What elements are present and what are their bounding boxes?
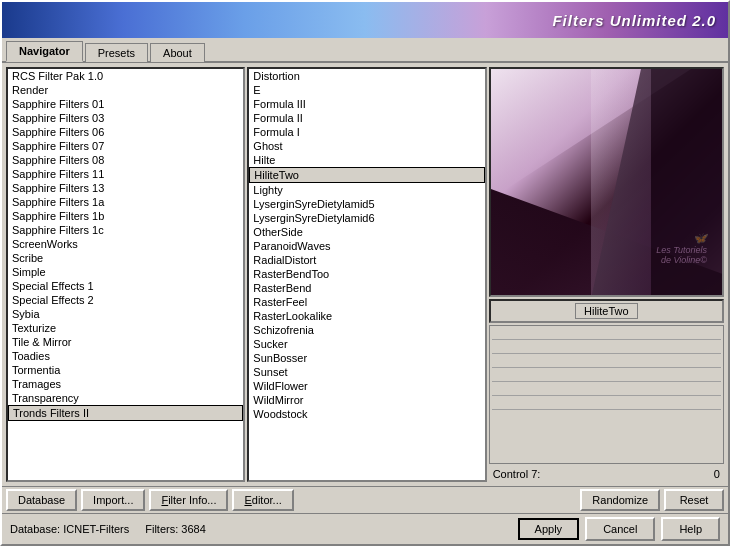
list-item[interactable]: Texturize [8,321,243,335]
tab-navigator[interactable]: Navigator [6,41,83,62]
filters-status: Filters: 3684 [145,523,206,535]
list-item[interactable]: Sapphire Filters 07 [8,139,243,153]
watermark-line1: Les Tutoriels [656,245,707,255]
list-item[interactable]: LyserginSyreDietylamid5 [249,197,484,211]
slider-empty-1 [492,328,721,340]
filter-name-display: HiliteTwo [489,299,724,323]
help-button[interactable]: Help [661,517,720,541]
list-item[interactable]: Tormentia [8,363,243,377]
list-item[interactable]: LyserginSyreDietylamid6 [249,211,484,225]
filters-status-label: Filters: [145,523,178,535]
list-item[interactable]: RasterFeel [249,295,484,309]
tab-bar: Navigator Presets About [2,38,728,63]
list-item[interactable]: ParanoidWaves [249,239,484,253]
list-item[interactable]: Tramages [8,377,243,391]
list-item[interactable]: Formula III [249,97,484,111]
list-item[interactable]: Sybia [8,307,243,321]
list-item[interactable]: Sapphire Filters 1c [8,223,243,237]
list-item[interactable]: ScreenWorks [8,237,243,251]
slider-empty-4 [492,370,721,382]
database-status-value: ICNET-Filters [63,523,129,535]
list-item[interactable]: Schizofrenia [249,323,484,337]
list-item-selected-filter[interactable]: HiliteTwo [249,167,484,183]
slider-empty-3 [492,356,721,368]
list-item-selected[interactable]: Tronds Filters II [8,405,243,421]
window-title: Filters Unlimited 2.0 [552,12,716,29]
list-item[interactable]: Sapphire Filters 03 [8,111,243,125]
cancel-button[interactable]: Cancel [585,517,655,541]
list-item[interactable]: Scribe [8,251,243,265]
filter-info-button[interactable]: Filter Info... [149,489,228,511]
list-item[interactable]: Sapphire Filters 06 [8,125,243,139]
list-item[interactable]: Formula I [249,125,484,139]
list-item[interactable]: Sapphire Filters 01 [8,97,243,111]
list-item[interactable]: Sapphire Filters 1a [8,195,243,209]
list-item[interactable]: Lighty [249,183,484,197]
list-item[interactable]: Distortion [249,69,484,83]
preview-image: 🦋 Les Tutoriels de Violine© [489,67,724,297]
list-item[interactable]: Woodstock [249,407,484,421]
filters-list[interactable]: Distortion E Formula III Formula II Form… [247,67,486,482]
list-item[interactable]: Toadies [8,349,243,363]
slider-empty-5 [492,384,721,396]
list-item[interactable]: RasterBendToo [249,267,484,281]
watermark-line2: de Violine© [656,255,707,265]
list-item[interactable]: RadialDistort [249,253,484,267]
list-item[interactable]: Sucker [249,337,484,351]
list-item[interactable]: RCS Filter Pak 1.0 [8,69,243,83]
list-item[interactable]: Ghost [249,139,484,153]
filters-status-value: 3684 [181,523,205,535]
watermark-butterfly-icon: 🦋 [656,232,707,245]
list-item[interactable]: SunBosser [249,351,484,365]
filter-name-box: HiliteTwo [575,303,638,319]
svg-rect-4 [591,69,651,295]
reset-button[interactable]: Reset [664,489,724,511]
status-bar: Database: ICNET-Filters Filters: 3684 Ap… [2,513,728,544]
tab-about[interactable]: About [150,43,205,62]
randomize-button[interactable]: Randomize [580,489,660,511]
list-item[interactable]: Special Effects 1 [8,279,243,293]
filter-info-rest: ilter Info... [168,494,216,506]
control-7-value: 0 [690,468,720,480]
list-item[interactable]: Sapphire Filters 08 [8,153,243,167]
import-button[interactable]: Import... [81,489,145,511]
list-item[interactable]: Sapphire Filters 11 [8,167,243,181]
list-item[interactable]: WildMirror [249,393,484,407]
bottom-toolbar: Database Import... Filter Info... Editor… [2,486,728,513]
main-window: Filters Unlimited 2.0 Navigator Presets … [0,0,730,546]
control-7-row: Control 7: 0 [489,466,724,482]
database-status: Database: ICNET-Filters [10,523,129,535]
list-item[interactable]: Hilte [249,153,484,167]
title-bar: Filters Unlimited 2.0 [2,2,728,38]
list-item[interactable]: Render [8,83,243,97]
list-item[interactable]: Tile & Mirror [8,335,243,349]
list-item[interactable]: OtherSide [249,225,484,239]
list-item[interactable]: E [249,83,484,97]
control-7-label: Control 7: [493,468,690,480]
list-item[interactable]: RasterLookalike [249,309,484,323]
editor-underline: E [244,494,251,506]
apply-button[interactable]: Apply [518,518,580,540]
editor-rest: ditor... [252,494,282,506]
tab-presets[interactable]: Presets [85,43,148,62]
content-area: RCS Filter Pak 1.0 Render Sapphire Filte… [2,63,728,486]
action-buttons: Apply Cancel Help [518,517,720,541]
list-item[interactable]: Formula II [249,111,484,125]
watermark: 🦋 Les Tutoriels de Violine© [656,232,707,265]
database-button[interactable]: Database [6,489,77,511]
list-item[interactable]: Sapphire Filters 1b [8,209,243,223]
list-item[interactable]: Transparency [8,391,243,405]
slider-empty-6 [492,398,721,410]
list-item[interactable]: Sunset [249,365,484,379]
slider-empty-2 [492,342,721,354]
database-status-label: Database: [10,523,60,535]
preview-panel: 🦋 Les Tutoriels de Violine© HiliteTwo [489,67,724,482]
list-item[interactable]: Sapphire Filters 13 [8,181,243,195]
editor-button[interactable]: Editor... [232,489,293,511]
list-item[interactable]: RasterBend [249,281,484,295]
list-item[interactable]: Special Effects 2 [8,293,243,307]
sliders-area [489,325,724,464]
list-item[interactable]: WildFlower [249,379,484,393]
categories-list[interactable]: RCS Filter Pak 1.0 Render Sapphire Filte… [6,67,245,482]
list-item[interactable]: Simple [8,265,243,279]
